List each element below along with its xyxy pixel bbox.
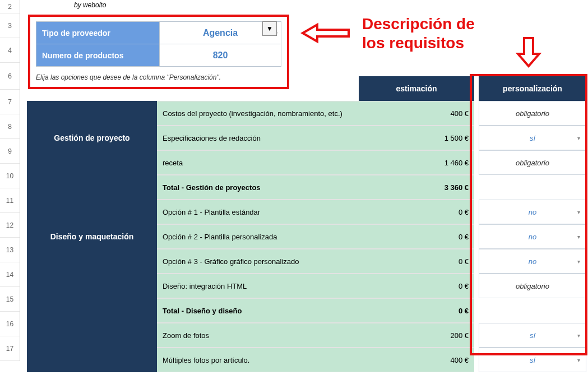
row-number[interactable]: 13 <box>0 238 20 262</box>
grid-header-row: estimación personalización <box>27 76 588 101</box>
table-row: Opción # 3 - Gráfico gráfico personaliza… <box>27 249 588 274</box>
category-cell <box>27 200 157 224</box>
chevron-down-icon: ▾ <box>577 135 580 141</box>
column-gap <box>474 323 479 348</box>
arrow-left-icon <box>300 22 351 44</box>
description-cell[interactable]: Diseño: integración HTML <box>157 274 359 298</box>
description-cell[interactable]: Opción # 3 - Gráfico gráfico personaliza… <box>157 249 359 274</box>
row-number[interactable]: 17 <box>0 336 20 361</box>
estimation-cell[interactable]: 1 500 € <box>359 126 474 150</box>
customization-value: sí <box>530 356 535 364</box>
category-cell <box>27 274 157 298</box>
customization-cell[interactable]: obligatorio <box>479 101 586 126</box>
customization-value: sí <box>530 134 535 142</box>
category-cell <box>27 298 157 323</box>
description-cell[interactable]: Múltiples fotos por artículo. <box>157 348 359 372</box>
category-cell <box>27 150 157 175</box>
row-number[interactable]: 2 <box>0 0 20 13</box>
customization-value: no <box>529 233 536 241</box>
chevron-down-icon: ▾ <box>577 332 580 339</box>
estimation-cell[interactable]: 400 € <box>359 348 474 372</box>
grid-body: Costos del proyecto (investigación, nomb… <box>27 101 588 372</box>
estimation-cell[interactable]: 1 460 € <box>359 150 474 175</box>
table-row: Opción # 1 - Plantilla estándar0 €no▾ <box>27 200 588 224</box>
product-count-label: Numero de productos <box>36 44 160 67</box>
row-number[interactable]: 12 <box>0 213 20 238</box>
customization-value: no <box>529 257 536 266</box>
total-estimation: 0 € <box>359 298 474 323</box>
customization-cell[interactable]: obligatorio <box>479 150 586 175</box>
customization-value: sí <box>530 331 535 340</box>
row-number[interactable]: 6 <box>0 63 20 90</box>
row-number[interactable]: 15 <box>0 287 20 312</box>
category-cell <box>27 348 157 372</box>
description-cell[interactable]: Opción # 2 - Plantilla personalizada <box>157 224 359 249</box>
estimation-cell[interactable]: 200 € <box>359 323 474 348</box>
category-cell <box>27 323 157 348</box>
table-row: Diseño y maquetaciónOpción # 2 - Plantil… <box>27 224 588 249</box>
table-row: Diseño: integración HTML0 €obligatorio <box>27 274 588 298</box>
total-label: Total - Gestión de proyectos <box>157 175 359 200</box>
estimation-cell[interactable]: 400 € <box>359 101 474 126</box>
table-row: receta1 460 €obligatorio <box>27 150 588 175</box>
description-cell[interactable]: receta <box>157 150 359 175</box>
main-grid: estimación personalización Costos del pr… <box>27 76 588 372</box>
column-gap <box>474 298 479 323</box>
customization-cell[interactable]: no▾ <box>479 224 586 249</box>
config-table: Tipo de proveedor Agencia ▾ Numero de pr… <box>36 21 281 67</box>
row-number[interactable]: 16 <box>0 312 20 336</box>
annotation-title-line2: los requisitos <box>362 34 475 53</box>
byline: by webolto <box>74 1 106 9</box>
column-gap <box>474 101 479 126</box>
estimation-cell[interactable]: 0 € <box>359 200 474 224</box>
column-gap <box>474 200 479 224</box>
chevron-down-icon: ▾ <box>577 209 580 215</box>
row-number[interactable]: 9 <box>0 139 20 164</box>
customization-value: obligatorio <box>516 282 549 290</box>
table-row: Gestión de proyectoEspecificaciones de r… <box>27 126 588 150</box>
chevron-down-icon: ▾ <box>577 258 580 265</box>
table-row: Zoom de fotos200 €sí▾ <box>27 323 588 348</box>
annotation-title-line1: Descripción de <box>362 15 475 34</box>
category-cell <box>27 249 157 274</box>
customization-cell[interactable]: obligatorio <box>479 274 586 298</box>
customization-cell[interactable]: no▾ <box>479 200 586 224</box>
description-cell[interactable]: Opción # 1 - Plantilla estándar <box>157 200 359 224</box>
row-number[interactable]: 14 <box>0 262 20 287</box>
row-number[interactable]: 4 <box>0 38 20 63</box>
column-gap <box>474 126 479 150</box>
row-number[interactable]: 10 <box>0 164 20 188</box>
header-estimacion: estimación <box>359 76 474 101</box>
estimation-cell[interactable]: 0 € <box>359 224 474 249</box>
product-count-value[interactable]: 820 <box>160 44 281 67</box>
column-gap <box>474 224 479 249</box>
column-gap <box>474 175 479 200</box>
row-number[interactable]: 7 <box>0 90 20 114</box>
description-cell[interactable]: Especificaciones de redacción <box>157 126 359 150</box>
total-row: Total - Diseño y diseño0 € <box>27 298 588 323</box>
total-label: Total - Diseño y diseño <box>157 298 359 323</box>
customization-cell[interactable]: sí▾ <box>479 323 586 348</box>
chevron-down-icon: ▾ <box>577 357 580 363</box>
column-gap <box>474 274 479 298</box>
total-estimation: 3 360 € <box>359 175 474 200</box>
row-number[interactable]: 3 <box>0 13 20 38</box>
provider-dropdown-button[interactable]: ▼ <box>262 21 277 36</box>
customization-cell[interactable]: sí▾ <box>479 126 586 150</box>
description-cell[interactable]: Costos del proyecto (investigación, nomb… <box>157 101 359 126</box>
provider-type-label: Tipo de proveedor <box>36 22 160 44</box>
customization-cell-blank <box>479 175 586 200</box>
description-cell[interactable]: Zoom de fotos <box>157 323 359 348</box>
row-number[interactable]: 11 <box>0 188 20 213</box>
customization-cell-blank <box>479 298 586 323</box>
estimation-cell[interactable]: 0 € <box>359 249 474 274</box>
arrow-down-icon <box>515 36 543 70</box>
estimation-cell[interactable]: 0 € <box>359 274 474 298</box>
row-number[interactable]: 8 <box>0 114 20 139</box>
category-cell <box>27 101 157 126</box>
customization-cell[interactable]: sí▾ <box>479 348 586 372</box>
customization-value: no <box>529 208 536 216</box>
table-row: Costos del proyecto (investigación, nomb… <box>27 101 588 126</box>
customization-cell[interactable]: no▾ <box>479 249 586 274</box>
chevron-down-icon: ▾ <box>577 234 580 240</box>
